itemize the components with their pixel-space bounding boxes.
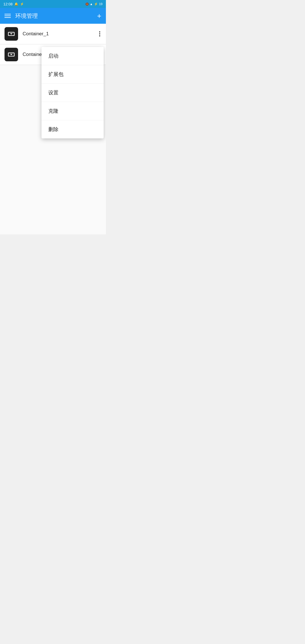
- battery-charging-icon: ⚡: [94, 2, 98, 6]
- menu-item-start[interactable]: 启动: [42, 47, 104, 65]
- status-bar-left: 12:08 🔔 ⚡: [3, 2, 24, 6]
- container-1-icon: [5, 27, 18, 41]
- container-2-icon: [5, 48, 18, 61]
- container-1-name: Container_1: [23, 31, 93, 37]
- container-1-more-button[interactable]: [98, 30, 101, 38]
- usb-icon: ⚡: [20, 2, 24, 6]
- status-bar: 12:08 🔔 ⚡ 🔕 ▲ ⚡ 19: [0, 0, 106, 8]
- wifi-icon: ▲: [90, 2, 93, 6]
- container-item-1: Container_1: [0, 24, 106, 44]
- status-time: 12:08: [3, 2, 13, 6]
- menu-button[interactable]: [5, 14, 11, 18]
- page-title: 环境管理: [15, 12, 93, 20]
- notification-icon: 🔔: [14, 2, 18, 6]
- status-bar-right: 🔕 ▲ ⚡ 19: [85, 2, 103, 6]
- dropdown-menu: 启动 扩展包 设置 克隆 删除: [42, 47, 104, 138]
- menu-item-settings[interactable]: 设置: [42, 84, 104, 102]
- menu-item-delete[interactable]: 删除: [42, 120, 104, 138]
- mute-icon: 🔕: [85, 3, 89, 6]
- menu-item-extension[interactable]: 扩展包: [42, 65, 104, 84]
- app-bar: 环境管理 +: [0, 8, 106, 24]
- menu-item-clone[interactable]: 克隆: [42, 102, 104, 120]
- add-button[interactable]: +: [97, 12, 101, 19]
- battery-level: 19: [99, 2, 103, 6]
